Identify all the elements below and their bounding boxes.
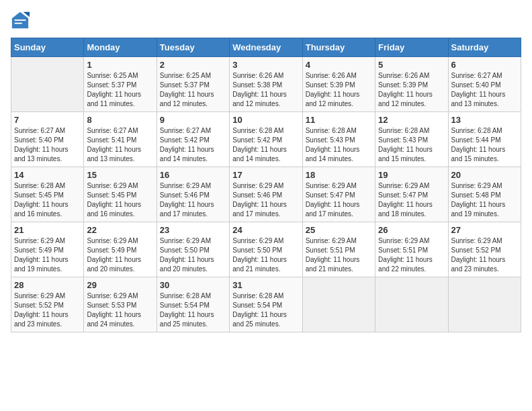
day-info: Sunrise: 6:28 AM Sunset: 5:54 PM Dayligh… — [232, 291, 299, 329]
svg-rect-2 — [15, 19, 26, 21]
calendar-week-row: 1Sunrise: 6:25 AM Sunset: 5:37 PM Daylig… — [11, 57, 521, 112]
calendar-cell — [11, 57, 84, 112]
day-number: 9 — [160, 115, 226, 125]
day-number: 22 — [87, 225, 153, 235]
day-header-friday: Friday — [375, 38, 448, 57]
logo — [11, 11, 32, 30]
day-number: 23 — [160, 225, 226, 235]
calendar-table: SundayMondayTuesdayWednesdayThursdayFrid… — [11, 38, 521, 332]
day-info: Sunrise: 6:29 AM Sunset: 5:47 PM Dayligh… — [306, 181, 372, 219]
day-number: 17 — [232, 170, 299, 180]
day-number: 19 — [378, 170, 445, 180]
day-number: 16 — [160, 170, 226, 180]
day-info: Sunrise: 6:29 AM Sunset: 5:46 PM Dayligh… — [232, 181, 299, 219]
calendar-cell: 20Sunrise: 6:29 AM Sunset: 5:48 PM Dayli… — [448, 167, 521, 222]
day-info: Sunrise: 6:26 AM Sunset: 5:38 PM Dayligh… — [232, 71, 299, 109]
day-info: Sunrise: 6:29 AM Sunset: 5:45 PM Dayligh… — [87, 181, 153, 219]
calendar-cell — [375, 277, 448, 332]
calendar-cell: 9Sunrise: 6:27 AM Sunset: 5:42 PM Daylig… — [157, 112, 229, 167]
calendar-cell: 10Sunrise: 6:28 AM Sunset: 5:42 PM Dayli… — [230, 112, 302, 167]
calendar-cell: 29Sunrise: 6:29 AM Sunset: 5:53 PM Dayli… — [84, 277, 157, 332]
day-info: Sunrise: 6:29 AM Sunset: 5:52 PM Dayligh… — [451, 236, 518, 274]
calendar-cell: 14Sunrise: 6:28 AM Sunset: 5:45 PM Dayli… — [11, 167, 84, 222]
day-number: 10 — [232, 115, 299, 125]
calendar-week-row: 28Sunrise: 6:29 AM Sunset: 5:52 PM Dayli… — [11, 277, 521, 332]
calendar-cell: 1Sunrise: 6:25 AM Sunset: 5:37 PM Daylig… — [84, 57, 157, 112]
calendar-cell: 24Sunrise: 6:29 AM Sunset: 5:50 PM Dayli… — [230, 222, 302, 277]
day-number: 29 — [87, 280, 153, 290]
calendar-cell: 3Sunrise: 6:26 AM Sunset: 5:38 PM Daylig… — [230, 57, 302, 112]
day-number: 18 — [306, 170, 372, 180]
day-number: 14 — [14, 170, 81, 180]
day-info: Sunrise: 6:29 AM Sunset: 5:50 PM Dayligh… — [232, 236, 299, 274]
day-number: 7 — [14, 115, 81, 125]
calendar-cell: 4Sunrise: 6:26 AM Sunset: 5:39 PM Daylig… — [302, 57, 375, 112]
day-info: Sunrise: 6:29 AM Sunset: 5:53 PM Dayligh… — [87, 291, 153, 329]
calendar-cell: 26Sunrise: 6:29 AM Sunset: 5:51 PM Dayli… — [375, 222, 448, 277]
calendar-week-row: 21Sunrise: 6:29 AM Sunset: 5:49 PM Dayli… — [11, 222, 521, 277]
day-info: Sunrise: 6:29 AM Sunset: 5:51 PM Dayligh… — [378, 236, 445, 274]
day-info: Sunrise: 6:29 AM Sunset: 5:51 PM Dayligh… — [306, 236, 372, 274]
day-info: Sunrise: 6:27 AM Sunset: 5:41 PM Dayligh… — [87, 126, 153, 164]
calendar-week-row: 7Sunrise: 6:27 AM Sunset: 5:40 PM Daylig… — [11, 112, 521, 167]
day-number: 2 — [160, 60, 226, 70]
calendar-cell: 30Sunrise: 6:28 AM Sunset: 5:54 PM Dayli… — [157, 277, 229, 332]
calendar-cell: 23Sunrise: 6:29 AM Sunset: 5:50 PM Dayli… — [157, 222, 229, 277]
day-info: Sunrise: 6:29 AM Sunset: 5:47 PM Dayligh… — [378, 181, 445, 219]
day-number: 4 — [306, 60, 372, 70]
calendar-cell: 21Sunrise: 6:29 AM Sunset: 5:49 PM Dayli… — [11, 222, 84, 277]
day-info: Sunrise: 6:28 AM Sunset: 5:45 PM Dayligh… — [14, 181, 81, 219]
calendar-cell: 27Sunrise: 6:29 AM Sunset: 5:52 PM Dayli… — [448, 222, 521, 277]
day-number: 20 — [451, 170, 518, 180]
header — [11, 11, 521, 30]
calendar-cell: 19Sunrise: 6:29 AM Sunset: 5:47 PM Dayli… — [375, 167, 448, 222]
day-header-wednesday: Wednesday — [230, 38, 302, 57]
day-info: Sunrise: 6:29 AM Sunset: 5:49 PM Dayligh… — [87, 236, 153, 274]
day-number: 24 — [232, 225, 299, 235]
calendar-cell: 31Sunrise: 6:28 AM Sunset: 5:54 PM Dayli… — [230, 277, 302, 332]
day-header-monday: Monday — [84, 38, 157, 57]
day-info: Sunrise: 6:28 AM Sunset: 5:42 PM Dayligh… — [232, 126, 299, 164]
day-number: 5 — [378, 60, 445, 70]
day-info: Sunrise: 6:27 AM Sunset: 5:40 PM Dayligh… — [451, 71, 518, 109]
day-number: 28 — [14, 280, 81, 290]
day-number: 21 — [14, 225, 81, 235]
calendar-cell: 11Sunrise: 6:28 AM Sunset: 5:43 PM Dayli… — [302, 112, 375, 167]
day-number: 12 — [378, 115, 445, 125]
day-info: Sunrise: 6:29 AM Sunset: 5:49 PM Dayligh… — [14, 236, 81, 274]
calendar-cell: 25Sunrise: 6:29 AM Sunset: 5:51 PM Dayli… — [302, 222, 375, 277]
day-info: Sunrise: 6:26 AM Sunset: 5:39 PM Dayligh… — [306, 71, 372, 109]
calendar-cell — [448, 277, 521, 332]
day-number: 3 — [232, 60, 299, 70]
logo-icon — [11, 11, 30, 30]
day-info: Sunrise: 6:28 AM Sunset: 5:43 PM Dayligh… — [378, 126, 445, 164]
day-number: 30 — [160, 280, 226, 290]
calendar-cell: 6Sunrise: 6:27 AM Sunset: 5:40 PM Daylig… — [448, 57, 521, 112]
calendar-cell — [302, 277, 375, 332]
calendar-cell: 2Sunrise: 6:25 AM Sunset: 5:37 PM Daylig… — [157, 57, 229, 112]
calendar-cell: 18Sunrise: 6:29 AM Sunset: 5:47 PM Dayli… — [302, 167, 375, 222]
day-info: Sunrise: 6:28 AM Sunset: 5:44 PM Dayligh… — [451, 126, 518, 164]
calendar-cell: 22Sunrise: 6:29 AM Sunset: 5:49 PM Dayli… — [84, 222, 157, 277]
day-number: 26 — [378, 225, 445, 235]
calendar-cell: 15Sunrise: 6:29 AM Sunset: 5:45 PM Dayli… — [84, 167, 157, 222]
calendar-cell: 28Sunrise: 6:29 AM Sunset: 5:52 PM Dayli… — [11, 277, 84, 332]
svg-rect-3 — [15, 23, 22, 24]
day-number: 1 — [87, 60, 153, 70]
day-info: Sunrise: 6:27 AM Sunset: 5:40 PM Dayligh… — [14, 126, 81, 164]
day-info: Sunrise: 6:29 AM Sunset: 5:48 PM Dayligh… — [451, 181, 518, 219]
day-info: Sunrise: 6:25 AM Sunset: 5:37 PM Dayligh… — [160, 71, 226, 109]
day-number: 27 — [451, 225, 518, 235]
day-header-sunday: Sunday — [11, 38, 84, 57]
day-number: 8 — [87, 115, 153, 125]
day-number: 6 — [451, 60, 518, 70]
day-number: 13 — [451, 115, 518, 125]
day-info: Sunrise: 6:25 AM Sunset: 5:37 PM Dayligh… — [87, 71, 153, 109]
day-header-tuesday: Tuesday — [157, 38, 229, 57]
day-header-thursday: Thursday — [302, 38, 375, 57]
day-header-saturday: Saturday — [448, 38, 521, 57]
day-info: Sunrise: 6:29 AM Sunset: 5:46 PM Dayligh… — [160, 181, 226, 219]
day-info: Sunrise: 6:29 AM Sunset: 5:52 PM Dayligh… — [14, 291, 81, 329]
day-info: Sunrise: 6:27 AM Sunset: 5:42 PM Dayligh… — [160, 126, 226, 164]
calendar-cell: 5Sunrise: 6:26 AM Sunset: 5:39 PM Daylig… — [375, 57, 448, 112]
